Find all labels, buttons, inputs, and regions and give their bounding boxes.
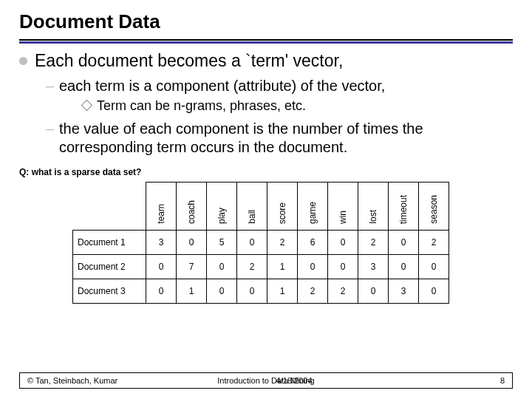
bullet-level1: Each document becomes a `term' vector, bbox=[19, 51, 513, 71]
table-cell: 0 bbox=[419, 255, 449, 279]
table-cell: 2 bbox=[267, 231, 298, 255]
term-vector-table: teamcoachplayballscoregamewinlosttimeout… bbox=[72, 182, 513, 304]
question-text: Q: what is a sparse data set? bbox=[19, 167, 513, 177]
bullet1-text: Each document becomes a `term' vector, bbox=[35, 51, 343, 71]
column-header-team: team bbox=[146, 183, 177, 231]
row-label: Document 3 bbox=[73, 279, 146, 304]
footer-page-number: 8 bbox=[500, 376, 505, 385]
column-header-ball: ball bbox=[237, 183, 267, 231]
column-header-play: play bbox=[207, 183, 237, 231]
table-cell: 2 bbox=[237, 255, 267, 279]
table-cell: 7 bbox=[177, 255, 207, 279]
table-cell: 0 bbox=[177, 231, 207, 255]
table-cell: 0 bbox=[207, 279, 237, 304]
bullet-level2-b: – the value of each component is the num… bbox=[46, 120, 513, 157]
divider-blue bbox=[19, 41, 513, 44]
column-header-score: score bbox=[267, 183, 298, 231]
table-cell: 2 bbox=[358, 231, 389, 255]
column-header-win: win bbox=[328, 183, 358, 231]
divider-black bbox=[19, 39, 513, 41]
bullet-level3: Term can be n-grams, phrases, etc. bbox=[83, 98, 513, 114]
column-header-season: season bbox=[419, 183, 449, 231]
footer-bar: © Tan, Steinbach, Kumar Introduction to … bbox=[19, 372, 513, 389]
table-cell: 1 bbox=[267, 279, 298, 304]
table-cell: 0 bbox=[237, 231, 267, 255]
bullet2b-text: the value of each component is the numbe… bbox=[59, 120, 423, 155]
dash-icon: – bbox=[46, 120, 54, 138]
table-cell: 1 bbox=[267, 255, 298, 279]
table-cell: 0 bbox=[146, 279, 177, 304]
row-label: Document 1 bbox=[73, 231, 146, 255]
column-header-game: game bbox=[298, 183, 328, 231]
column-header-lost: lost bbox=[358, 183, 389, 231]
table-cell: 0 bbox=[328, 231, 358, 255]
footer-date: 4/18/2004 bbox=[276, 376, 313, 385]
table-cell: 2 bbox=[419, 231, 449, 255]
table-cell: 0 bbox=[237, 279, 267, 304]
footer-copyright: © Tan, Steinbach, Kumar bbox=[27, 376, 117, 385]
row-label: Document 2 bbox=[73, 255, 146, 279]
slide-title: Document Data bbox=[19, 10, 513, 33]
table-cell: 0 bbox=[146, 255, 177, 279]
table-cell: 0 bbox=[358, 279, 389, 304]
table-cell: 2 bbox=[328, 279, 358, 304]
bullet3-text: Term can be n-grams, phrases, etc. bbox=[97, 98, 306, 113]
dash-icon: – bbox=[46, 77, 54, 95]
table-cell: 6 bbox=[298, 231, 328, 255]
table-cell: 1 bbox=[177, 279, 207, 304]
table-cell: 3 bbox=[358, 255, 389, 279]
table-cell: 0 bbox=[419, 279, 449, 304]
table-cell: 2 bbox=[298, 279, 328, 304]
bullet-level2-a: – each term is a component (attribute) o… bbox=[46, 77, 513, 95]
table-cell: 0 bbox=[389, 255, 419, 279]
table-cell: 3 bbox=[146, 231, 177, 255]
table-cell: 0 bbox=[207, 255, 237, 279]
table-cell: 3 bbox=[389, 279, 419, 304]
table-cell: 5 bbox=[207, 231, 237, 255]
column-header-timeout: timeout bbox=[389, 183, 419, 231]
column-header-coach: coach bbox=[177, 183, 207, 231]
bullet2a-text: each term is a component (attribute) of … bbox=[59, 78, 385, 94]
table-cell: 0 bbox=[328, 255, 358, 279]
table-corner bbox=[73, 183, 146, 231]
table-cell: 0 bbox=[389, 231, 419, 255]
diamond-icon bbox=[81, 100, 93, 112]
table-cell: 0 bbox=[298, 255, 328, 279]
bullet-disc-icon bbox=[19, 57, 27, 65]
